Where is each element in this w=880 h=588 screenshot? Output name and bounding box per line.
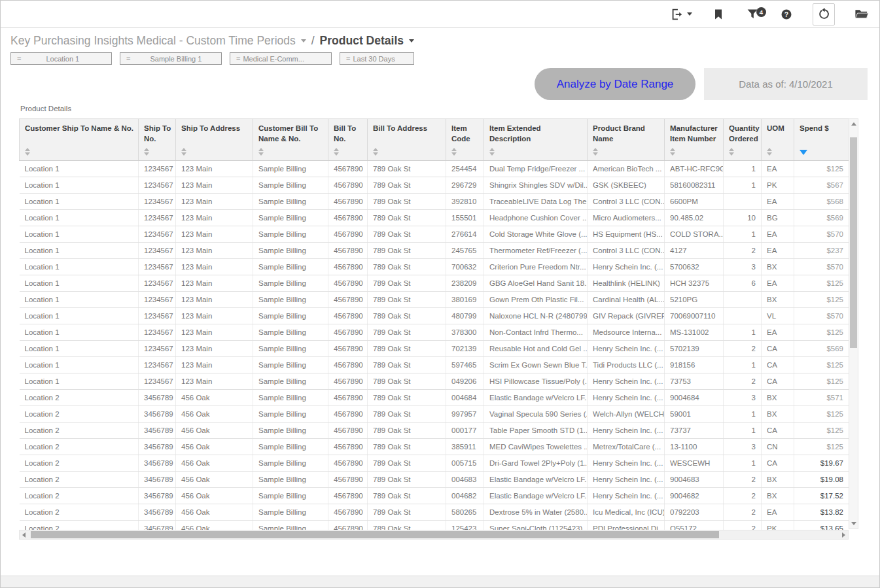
table-row[interactable]: Location 23456789456 OakSample Billing45… <box>20 471 849 487</box>
cell-item-description: Criterion Pure Freedom Ntr... <box>484 258 588 275</box>
table-row[interactable]: Location 23456789456 OakSample Billing45… <box>20 520 849 530</box>
table-row[interactable]: Location 11234567123 MainSample Billing4… <box>20 291 849 307</box>
cell-item-description: Elastic Bandage w/Velcro LF... <box>484 487 588 504</box>
cell-ship-to-name: Location 2 <box>20 455 139 471</box>
scroll-up-icon[interactable] <box>851 122 856 126</box>
column-header-product-brand[interactable]: Product Brand Name <box>588 119 665 160</box>
column-header-spend[interactable]: Spend $ <box>794 119 849 160</box>
filter-button[interactable]: 4 <box>745 7 760 22</box>
table-row[interactable]: Location 11234567123 MainSample Billing4… <box>20 177 849 193</box>
scroll-right-icon[interactable] <box>842 532 845 538</box>
cell-product-brand: Metrex/TotalCare (... <box>588 438 665 455</box>
table-row[interactable]: Location 23456789456 OakSample Billing45… <box>20 389 849 406</box>
export-button[interactable] <box>669 7 692 22</box>
filter-value: Location 1 <box>46 55 79 63</box>
column-header-ship-to-no[interactable]: Ship To No. <box>139 119 176 160</box>
filter-chip-channel[interactable]: = Medical E-Comm... <box>230 52 332 65</box>
cell-ship-to-name: Location 1 <box>20 275 139 291</box>
cell-ship-to-address: 456 Oak <box>176 422 253 438</box>
column-header-uom[interactable]: UOM <box>762 119 794 160</box>
cell-product-brand: Icu Medical, Inc (ICU) <box>588 504 665 520</box>
breadcrumb: Key Purchasing Insights Medical - Custom… <box>10 34 879 48</box>
table-row[interactable]: Location 11234567123 MainSample Billing4… <box>20 209 849 226</box>
cell-ship-to-address: 456 Oak <box>176 438 253 455</box>
page-title-dropdown[interactable]: Product Details <box>320 34 404 48</box>
table-row[interactable]: Location 11234567123 MainSample Billing4… <box>20 258 849 275</box>
table-row[interactable]: Location 11234567123 MainSample Billing4… <box>20 242 849 258</box>
cell-bill-to-address: 789 Oak St <box>368 258 446 275</box>
scroll-down-icon[interactable] <box>851 522 856 525</box>
cell-uom: CA <box>762 340 794 356</box>
table-row[interactable]: Location 11234567123 MainSample Billing4… <box>20 160 849 177</box>
cell-bill-to-name: Sample Billing <box>253 160 328 177</box>
cell-item-code: 245765 <box>446 242 484 258</box>
cell-mfr-item-number: HCH 32375 <box>665 275 724 291</box>
report-title-dropdown[interactable]: Key Purchasing Insights Medical - Custom… <box>10 34 296 48</box>
cell-ship-to-address: 123 Main <box>176 275 253 291</box>
cell-ship-to-address: 456 Oak <box>176 504 253 520</box>
column-header-ship-to-name[interactable]: Customer Ship To Name & No. <box>20 119 139 160</box>
cell-uom: CN <box>762 438 794 455</box>
table-row[interactable]: Location 23456789456 OakSample Billing45… <box>20 438 849 455</box>
cell-bill-to-no: 4567890 <box>328 504 368 520</box>
bookmark-button[interactable] <box>711 7 726 22</box>
filter-chip-daterange[interactable]: = Last 30 Days <box>340 52 414 65</box>
table-row[interactable]: Location 11234567123 MainSample Billing4… <box>20 373 849 389</box>
cell-uom: EA <box>762 275 794 291</box>
table-row[interactable]: Location 23456789456 OakSample Billing45… <box>20 487 849 504</box>
scroll-left-icon[interactable] <box>22 532 26 538</box>
table-row[interactable]: Location 11234567123 MainSample Billing4… <box>20 356 849 373</box>
column-header-bill-to-no[interactable]: Bill To No. <box>328 119 368 160</box>
table-row[interactable]: Location 11234567123 MainSample Billing4… <box>20 307 849 324</box>
cell-ship-to-no: 1234567 <box>139 209 176 226</box>
column-header-mfr-item-number[interactable]: Manufacturer Item Number <box>665 119 724 160</box>
cell-ship-to-address: 123 Main <box>176 160 253 177</box>
table-row[interactable]: Location 23456789456 OakSample Billing45… <box>20 455 849 471</box>
horizontal-scrollbar[interactable] <box>19 530 849 540</box>
cell-qty-ordered: 2 <box>724 340 762 356</box>
cell-ship-to-address: 456 Oak <box>176 471 253 487</box>
cell-item-code: 004683 <box>446 471 484 487</box>
cell-uom: BX <box>762 291 794 307</box>
table-row[interactable]: Location 11234567123 MainSample Billing4… <box>20 275 849 291</box>
filter-chip-location[interactable]: = Location 1 <box>10 52 112 65</box>
folder-icon <box>854 7 869 22</box>
help-button[interactable]: ? <box>779 7 794 22</box>
column-header-qty-ordered[interactable]: Quantity Ordered <box>724 119 762 160</box>
filter-chip-billing[interactable]: = Sample Billing 1 <box>120 52 222 65</box>
cell-spend: $125 <box>794 275 849 291</box>
vertical-scroll-thumb[interactable] <box>850 137 857 348</box>
refresh-button[interactable] <box>813 3 835 26</box>
horizontal-scroll-thumb[interactable] <box>31 531 719 538</box>
table-row[interactable]: Location 11234567123 MainSample Billing4… <box>20 324 849 340</box>
column-header-ship-to-address[interactable]: Ship To Address <box>176 119 253 160</box>
cell-ship-to-no: 1234567 <box>139 177 176 193</box>
cell-ship-to-address: 123 Main <box>176 177 253 193</box>
cell-mfr-item-number: ABT-HC-RFC9G <box>665 160 724 177</box>
table-row[interactable]: Location 23456789456 OakSample Billing45… <box>20 422 849 438</box>
cell-spend: $569 <box>794 340 849 356</box>
filter-value: Sample Billing 1 <box>150 55 202 63</box>
cell-ship-to-no: 3456789 <box>139 406 176 422</box>
column-header-bill-to-address[interactable]: Bill To Address <box>368 119 446 160</box>
analyze-by-date-range-button[interactable]: Analyze by Date Range <box>535 68 695 100</box>
cell-spend: $125 <box>794 438 849 455</box>
chevron-down-icon <box>301 39 306 43</box>
cell-ship-to-no: 1234567 <box>139 242 176 258</box>
table-row[interactable]: Location 23456789456 OakSample Billing45… <box>20 406 849 422</box>
cell-ship-to-address: 123 Main <box>176 324 253 340</box>
column-header-item-code[interactable]: Item Code <box>446 119 484 160</box>
cell-ship-to-name: Location 1 <box>20 373 139 389</box>
folder-button[interactable] <box>853 7 869 22</box>
column-header-item-description[interactable]: Item Extended Description <box>484 119 588 160</box>
cell-ship-to-no: 3456789 <box>139 389 176 406</box>
cell-ship-to-name: Location 1 <box>20 291 139 307</box>
table-row[interactable]: Location 23456789456 OakSample Billing45… <box>20 504 849 520</box>
table-row[interactable]: Location 11234567123 MainSample Billing4… <box>20 226 849 242</box>
cell-ship-to-address: 123 Main <box>176 209 253 226</box>
vertical-scrollbar[interactable] <box>849 118 858 529</box>
column-header-bill-to-name[interactable]: Customer Bill To Name & No. <box>253 119 328 160</box>
cell-qty-ordered: 3 <box>724 438 762 455</box>
table-row[interactable]: Location 11234567123 MainSample Billing4… <box>20 340 849 356</box>
table-row[interactable]: Location 11234567123 MainSample Billing4… <box>20 193 849 209</box>
